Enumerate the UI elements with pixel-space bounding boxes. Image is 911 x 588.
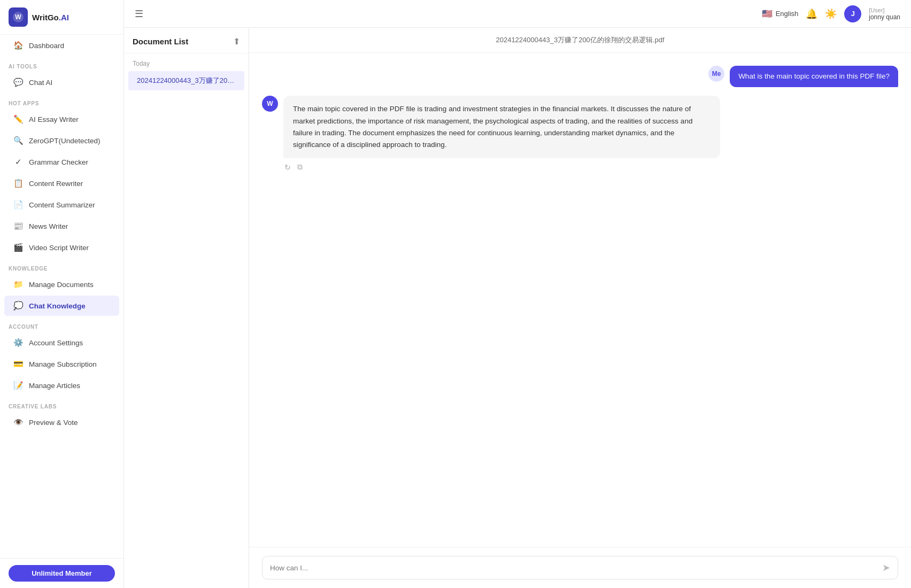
doc-panel-title: Document List (133, 37, 188, 46)
dashboard-icon: 🏠 (13, 40, 24, 51)
ai-essay-writer-icon: ✏️ (13, 114, 24, 125)
preview-vote-icon: 👁️ (13, 417, 24, 428)
content-rewriter-icon: 📋 (13, 178, 24, 189)
ai-message-group: W The main topic covered in the PDF file… (262, 96, 898, 173)
grammar-checker-label: Grammar Checker (29, 158, 88, 166)
send-button[interactable]: ➤ (882, 562, 890, 574)
sidebar-item-account-settings[interactable]: ⚙️ Account Settings (4, 332, 119, 353)
chat-input-area: ➤ (249, 547, 911, 588)
section-label-hot-apps: HOT APPS (0, 93, 123, 109)
content-summarizer-label: Content Summarizer (29, 201, 95, 209)
logo-icon: W (9, 7, 28, 27)
topbar-left: ☰ (135, 8, 143, 20)
account-settings-icon: ⚙️ (13, 337, 24, 348)
video-script-label: Video Script Writer (29, 244, 89, 252)
chat-area: 20241224000443_3万赚了200亿的徐翔的交易逻辑.pdf Me W… (249, 28, 911, 588)
manage-subscription-icon: 💳 (13, 359, 24, 369)
account-settings-label: Account Settings (29, 339, 83, 347)
chat-messages: Me What is the main topic covered in thi… (249, 53, 911, 547)
sidebar: W WritGo.AI 🏠 Dashboard AI TOOLS 💬 Chat … (0, 0, 124, 588)
zerogpt-icon: 🔍 (13, 135, 24, 146)
user-label-text: [User] (869, 7, 900, 13)
sidebar-item-chat-ai[interactable]: 💬 Chat AI (4, 72, 119, 92)
unlimited-member-button[interactable]: Unlimited Member (9, 565, 115, 582)
message-actions: ↻ ⧉ (262, 161, 898, 173)
doc-panel-header: Document List ⬆ (124, 28, 249, 53)
user-avatar-label: Me (712, 70, 721, 78)
notification-icon[interactable]: 🔔 (806, 8, 817, 20)
user-name-text: jonny quan (869, 13, 900, 21)
sidebar-item-zerogpt[interactable]: 🔍 ZeroGPT(Undetected) (4, 130, 119, 151)
sidebar-item-manage-articles[interactable]: 📝 Manage Articles (4, 375, 119, 396)
chat-input[interactable] (270, 564, 877, 572)
sidebar-item-grammar-checker[interactable]: ✓ Grammar Checker (4, 152, 119, 172)
chat-ai-icon: 💬 (13, 77, 24, 88)
user-avatar[interactable]: J (844, 5, 861, 22)
doc-section-today: Today (124, 53, 249, 71)
settings-icon[interactable]: ☀️ (825, 8, 837, 20)
sidebar-item-ai-essay-writer[interactable]: ✏️ AI Essay Writer (4, 109, 119, 129)
language-label: English (776, 10, 799, 18)
news-writer-label: News Writer (29, 222, 68, 230)
sidebar-dashboard-label: Dashboard (29, 42, 64, 50)
ai-message-bubble: The main topic covered in the PDF file i… (283, 96, 720, 158)
chat-knowledge-label: Chat Knowledge (29, 302, 86, 310)
sidebar-item-chat-knowledge[interactable]: 💭 Chat Knowledge (4, 296, 119, 316)
chat-input-wrapper: ➤ (262, 556, 898, 579)
content-area: Document List ⬆ Today 20241224000443_3万赚… (124, 28, 911, 588)
section-label-knowledge: KNOWLEDGE (0, 258, 123, 274)
chat-filename-header: 20241224000443_3万赚了200亿的徐翔的交易逻辑.pdf (249, 28, 911, 53)
hamburger-icon[interactable]: ☰ (135, 8, 143, 20)
grammar-checker-icon: ✓ (13, 157, 24, 167)
ai-avatar-label: W (267, 100, 273, 107)
user-info: [User] jonny quan (869, 7, 900, 21)
svg-text:W: W (15, 13, 21, 21)
sidebar-item-manage-documents[interactable]: 📁 Manage Documents (4, 274, 119, 295)
document-panel: Document List ⬆ Today 20241224000443_3万赚… (124, 28, 249, 588)
user-initial: J (851, 10, 855, 18)
manage-articles-label: Manage Articles (29, 382, 80, 390)
content-rewriter-label: Content Rewriter (29, 180, 83, 188)
logo-text: WritGo.AI (32, 13, 69, 22)
section-label-creative-labs: CREATIVE LABS (0, 396, 123, 412)
user-message-bubble: What is the main topic covered in this P… (730, 66, 898, 87)
sidebar-item-video-script-writer[interactable]: 🎬 Video Script Writer (4, 237, 119, 258)
send-icon: ➤ (882, 562, 890, 574)
share-icon[interactable]: ⬆ (233, 36, 240, 47)
zerogpt-label: ZeroGPT(Undetected) (29, 137, 101, 145)
document-list: Today 20241224000443_3万赚了200亿的... (124, 53, 249, 588)
content-summarizer-icon: 📄 (13, 199, 24, 210)
manage-docs-label: Manage Documents (29, 281, 94, 289)
video-script-icon: 🎬 (13, 242, 24, 253)
chat-knowledge-icon: 💭 (13, 300, 24, 311)
topbar: ☰ 🇺🇸 English 🔔 ☀️ J [User] jonny quan (124, 0, 911, 28)
topbar-right: 🇺🇸 English 🔔 ☀️ J [User] jonny quan (762, 5, 900, 22)
manage-articles-icon: 📝 (13, 380, 24, 391)
us-flag-icon: 🇺🇸 (762, 9, 773, 19)
refresh-message-button[interactable]: ↻ (283, 161, 292, 173)
ai-essay-writer-label: AI Essay Writer (29, 115, 79, 123)
doc-list-item[interactable]: 20241224000443_3万赚了200亿的... (128, 71, 244, 90)
user-message-avatar: Me (708, 66, 724, 82)
sidebar-item-manage-subscription[interactable]: 💳 Manage Subscription (4, 354, 119, 374)
sidebar-bottom: Unlimited Member (0, 558, 123, 588)
sidebar-item-content-summarizer[interactable]: 📄 Content Summarizer (4, 195, 119, 215)
user-message: Me What is the main topic covered in thi… (708, 66, 898, 87)
section-label-account: ACCOUNT (0, 316, 123, 332)
logo-area: W WritGo.AI (0, 0, 123, 35)
copy-message-button[interactable]: ⧉ (296, 161, 304, 173)
manage-docs-icon: 📁 (13, 279, 24, 290)
chat-ai-label: Chat AI (29, 79, 52, 87)
sidebar-item-preview-vote[interactable]: 👁️ Preview & Vote (4, 412, 119, 432)
ai-message: W The main topic covered in the PDF file… (262, 96, 720, 158)
preview-vote-label: Preview & Vote (29, 419, 78, 427)
sidebar-item-dashboard[interactable]: 🏠 Dashboard (4, 35, 119, 56)
ai-message-avatar: W (262, 96, 278, 112)
news-writer-icon: 📰 (13, 221, 24, 231)
language-selector[interactable]: 🇺🇸 English (762, 9, 799, 19)
manage-subscription-label: Manage Subscription (29, 360, 97, 368)
sidebar-item-news-writer[interactable]: 📰 News Writer (4, 216, 119, 236)
sidebar-item-content-rewriter[interactable]: 📋 Content Rewriter (4, 173, 119, 194)
section-label-ai-tools: AI TOOLS (0, 56, 123, 72)
main-area: ☰ 🇺🇸 English 🔔 ☀️ J [User] jonny quan Do… (124, 0, 911, 588)
